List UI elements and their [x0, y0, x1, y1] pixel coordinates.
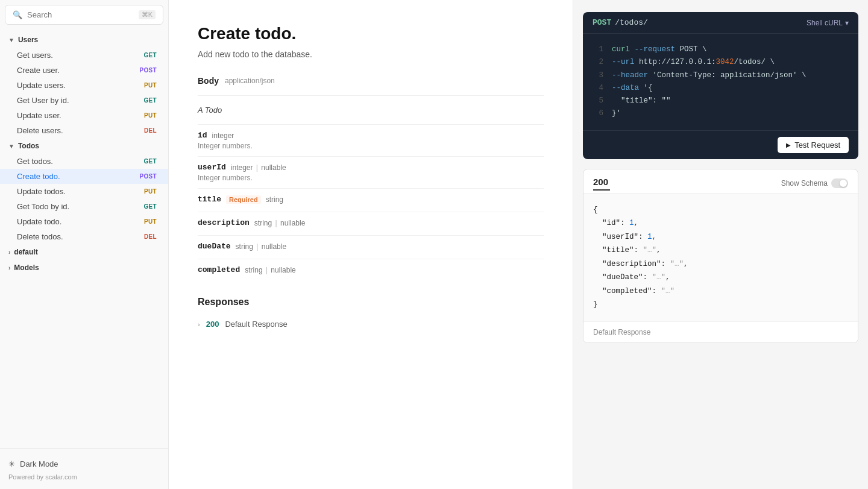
response-status-code: 200	[593, 177, 610, 187]
page-title: Create todo.	[198, 24, 544, 43]
test-request-button[interactable]: ▶ Test Request	[778, 137, 849, 153]
field-name-description: description	[198, 218, 250, 227]
line-num: 5	[593, 95, 603, 107]
sidebar: 🔍 ⌘K ▼ Users Get users. GET Create user.…	[0, 0, 169, 489]
sidebar-section-default[interactable]: › default	[0, 244, 168, 260]
sidebar-footer: ✳ Dark Mode Powered by scalar.com	[0, 448, 168, 489]
sidebar-item-update-todo[interactable]: Update todo. PUT	[0, 214, 168, 229]
line-num: 1	[593, 43, 603, 56]
shell-label: Shell cURL	[807, 19, 843, 27]
method-badge-del: DEL	[141, 127, 160, 134]
content-type-label: application/json	[225, 77, 275, 85]
method-badge-get: GET	[141, 96, 160, 104]
doc-panel: Create todo. Add new todo to the databas…	[169, 0, 573, 489]
method-label: POST	[593, 18, 611, 27]
code-block-body: 1 curl --request POST \ 2 --url http://1…	[583, 34, 858, 130]
status-underline	[593, 189, 610, 191]
sidebar-item-delete-users[interactable]: Delete users. DEL	[0, 123, 168, 138]
dark-mode-label: Dark Mode	[20, 459, 58, 468]
sidebar-item-get-todo-by-id[interactable]: Get Todo by id. GET	[0, 199, 168, 214]
test-request-label: Test Request	[794, 140, 840, 150]
search-icon: 🔍	[13, 10, 22, 19]
test-request-bar: ▶ Test Request	[583, 130, 858, 159]
response-json: { "id": 1, "userId": 1, "title": "…", "d…	[583, 194, 858, 321]
field-type-description: string | nullable	[254, 219, 306, 227]
field-type-completed: string | nullable	[245, 266, 296, 274]
main-content: Create todo. Add new todo to the databas…	[169, 0, 868, 489]
code-block-header: POST/todos/ Shell cURL ▾	[583, 12, 858, 34]
section-models-label: Models	[14, 263, 39, 272]
dark-mode-button[interactable]: ✳ Dark Mode	[8, 457, 160, 471]
sidebar-section-todos[interactable]: ▼ Todos	[0, 138, 168, 154]
field-type-id: integer	[212, 131, 234, 140]
response-panel-footer: Default Response	[583, 321, 858, 342]
field-name-id: id	[198, 131, 207, 140]
play-icon: ▶	[786, 142, 791, 148]
method-badge-post: POST	[137, 66, 160, 74]
sidebar-item-create-todo[interactable]: Create todo. POST	[0, 169, 168, 184]
sidebar-item-get-user-by-id[interactable]: Get User by id. GET	[0, 93, 168, 108]
shell-selector[interactable]: Shell cURL ▾	[807, 19, 849, 27]
response-panel-header: 200 Show Schema	[583, 169, 858, 194]
sidebar-item-create-user[interactable]: Create user. POST	[0, 63, 168, 78]
line-num: 6	[593, 107, 603, 120]
method-badge-put: PUT	[141, 218, 160, 226]
sidebar-nav: ▼ Users Get users. GET Create user. POST…	[0, 30, 168, 448]
section-todos-label: Todos	[18, 142, 39, 150]
response-panel: 200 Show Schema { "id": 1, "userId": 1, …	[583, 169, 858, 343]
sidebar-item-update-users[interactable]: Update users. PUT	[0, 78, 168, 93]
responses-title: Responses	[198, 297, 544, 308]
method-badge-post-active: POST	[137, 172, 160, 180]
method-badge-put: PUT	[141, 188, 160, 195]
sidebar-section-models[interactable]: › Models	[0, 260, 168, 276]
chevron-right-icon: ›	[8, 265, 10, 271]
field-desc-userid: Integer numbers.	[198, 174, 544, 182]
search-input[interactable]	[27, 10, 134, 19]
sidebar-section-users[interactable]: ▼ Users	[0, 32, 168, 48]
field-row-title: title Required string	[198, 188, 544, 212]
field-type-userid: integer | nullable	[231, 163, 286, 172]
method-badge-del: DEL	[141, 233, 160, 241]
method-badge-get: GET	[141, 51, 160, 59]
endpoint-label: POST/todos/	[593, 18, 648, 27]
sidebar-item-update-user[interactable]: Update user. PUT	[0, 108, 168, 123]
line-num: 3	[593, 69, 603, 82]
field-row-description: description string | nullable	[198, 212, 544, 235]
section-default-label: default	[14, 248, 37, 256]
sidebar-item-get-users[interactable]: Get users. GET	[0, 48, 168, 63]
right-panel: POST/todos/ Shell cURL ▾ 1 curl --reques…	[573, 0, 868, 489]
field-type-title: string	[266, 195, 283, 204]
search-bar[interactable]: 🔍 ⌘K	[5, 5, 163, 25]
sidebar-item-get-todos[interactable]: Get todos. GET	[0, 154, 168, 169]
field-row-duedate: dueDate string | nullable	[198, 235, 544, 259]
search-shortcut: ⌘K	[139, 10, 156, 19]
line-num: 4	[593, 82, 603, 95]
field-row-completed: completed string | nullable	[198, 259, 544, 282]
field-row-id: id integer Integer numbers.	[198, 124, 544, 156]
field-name-duedate: dueDate	[198, 242, 231, 251]
schema-toggle-box[interactable]	[831, 178, 848, 188]
line-num: 2	[593, 56, 603, 69]
chevron-right-icon: ›	[8, 249, 10, 256]
sun-icon: ✳	[8, 459, 15, 468]
field-type-duedate: string | nullable	[236, 242, 287, 251]
sidebar-item-update-todos[interactable]: Update todos. PUT	[0, 184, 168, 199]
field-desc-id: Integer numbers.	[198, 142, 544, 150]
method-badge-put: PUT	[141, 81, 160, 89]
show-schema-toggle[interactable]: Show Schema	[781, 178, 848, 188]
field-name-completed: completed	[198, 265, 240, 274]
method-badge-get: GET	[141, 157, 160, 165]
chevron-down-icon: ▼	[8, 143, 14, 150]
show-schema-label: Show Schema	[781, 179, 828, 188]
body-section-header: Body application/json	[198, 76, 544, 86]
chevron-down-icon: ▾	[845, 19, 849, 27]
sidebar-item-delete-todos[interactable]: Delete todos. DEL	[0, 229, 168, 244]
method-badge-put: PUT	[141, 112, 160, 119]
body-label: Body	[198, 76, 219, 86]
field-name-userid: userId	[198, 163, 226, 172]
model-name: A Todo	[198, 106, 544, 115]
field-name-title: title	[198, 195, 221, 204]
response-row-200[interactable]: › 200 Default Response	[198, 315, 544, 333]
response-desc: Default Response	[225, 320, 287, 329]
endpoint-description: Add new todo to the database.	[198, 49, 544, 59]
